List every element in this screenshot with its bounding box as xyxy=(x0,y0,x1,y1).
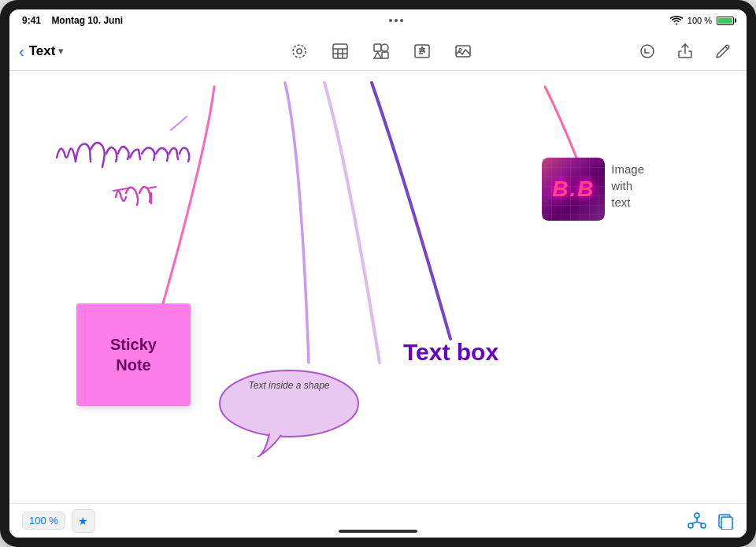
text-icon: A xyxy=(413,42,432,61)
speech-bubble-svg xyxy=(214,363,364,457)
handwritten-text-svg xyxy=(49,110,269,221)
toolbar-left: ‹ Text ▾ xyxy=(19,43,129,59)
hierarchy-icon[interactable] xyxy=(687,512,707,530)
dot2 xyxy=(395,19,398,22)
status-time-date: 9:41 Montag 10. Juni xyxy=(22,15,123,26)
svg-rect-30 xyxy=(721,517,732,530)
toolbar-right xyxy=(633,37,737,65)
speech-bubble-label: Text inside a shape xyxy=(214,380,364,391)
svg-point-16 xyxy=(459,48,461,50)
sticky-note[interactable]: Sticky Note xyxy=(76,303,191,406)
svg-point-23 xyxy=(695,513,699,518)
image-tool-button[interactable] xyxy=(449,37,477,65)
shapes-icon xyxy=(372,42,391,61)
svg-point-17 xyxy=(641,45,654,58)
table-icon xyxy=(331,42,350,61)
edit-button[interactable] xyxy=(709,37,737,65)
pages-icon[interactable] xyxy=(717,512,734,530)
share-icon xyxy=(676,42,695,61)
bb-grid-overlay xyxy=(542,158,605,221)
back-chevron-icon: ‹ xyxy=(19,43,24,59)
text-box-label[interactable]: Text box xyxy=(403,339,498,366)
svg-rect-15 xyxy=(456,46,470,57)
lasso-icon xyxy=(290,42,309,61)
table-tool-button[interactable] xyxy=(326,37,354,65)
shapes-tool-button[interactable] xyxy=(367,37,395,65)
speech-bubble[interactable]: Text inside a shape xyxy=(214,363,364,457)
battery-fill xyxy=(718,18,732,24)
toolbar: ‹ Text ▾ xyxy=(9,32,747,71)
svg-line-28 xyxy=(697,522,702,524)
canvas[interactable]: Sticky Note Text inside a shape Text box xyxy=(9,71,747,503)
ipad-frame: 9:41 Montag 10. Juni 100 % xyxy=(0,0,756,547)
image-label-line2: with xyxy=(611,179,632,192)
battery-icon xyxy=(717,17,734,25)
image-text-label: Image with text xyxy=(611,158,644,210)
status-date: Montag 10. Juni xyxy=(51,15,123,26)
status-dots xyxy=(389,19,403,22)
svg-point-8 xyxy=(381,44,388,51)
bottom-right xyxy=(687,512,734,530)
image-with-text[interactable]: B.B Image with text xyxy=(542,158,644,221)
undo-button[interactable] xyxy=(633,37,662,65)
svg-line-27 xyxy=(691,522,697,524)
dot1 xyxy=(389,19,392,22)
image-thumbnail: B.B xyxy=(542,158,605,221)
image-label-line1: Image xyxy=(611,162,644,176)
sticky-note-text: Sticky Note xyxy=(110,334,157,375)
undo-icon xyxy=(638,42,657,61)
bb-image: B.B xyxy=(542,158,605,221)
toolbar-center: A xyxy=(129,37,633,65)
svg-point-0 xyxy=(293,45,306,58)
zoom-level[interactable]: 100 % xyxy=(22,512,65,530)
bottom-left: 100 % ★ xyxy=(22,509,95,533)
svg-line-20 xyxy=(113,188,128,191)
svg-text:A: A xyxy=(419,46,424,54)
title-area[interactable]: Text ▾ xyxy=(29,43,65,59)
status-bar: 9:41 Montag 10. Juni 100 % xyxy=(9,9,747,32)
svg-rect-2 xyxy=(333,44,347,58)
status-right: 100 % xyxy=(670,16,734,25)
text-tool-button[interactable]: A xyxy=(408,37,436,65)
lasso-tool-button[interactable] xyxy=(285,37,313,65)
document-title: Text xyxy=(29,43,56,59)
dot3 xyxy=(400,19,403,22)
share-button[interactable] xyxy=(671,37,699,65)
edit-icon xyxy=(713,42,732,61)
back-button[interactable]: ‹ xyxy=(19,43,24,59)
ipad-screen: 9:41 Montag 10. Juni 100 % xyxy=(9,9,747,538)
home-indicator xyxy=(339,530,417,533)
bookmark-button[interactable]: ★ xyxy=(72,509,95,533)
title-chevron-icon: ▾ xyxy=(58,45,64,57)
svg-point-1 xyxy=(297,49,302,54)
star-icon: ★ xyxy=(78,515,88,527)
svg-line-19 xyxy=(171,117,187,130)
image-insert-icon xyxy=(454,42,472,61)
svg-line-21 xyxy=(147,187,156,188)
svg-rect-9 xyxy=(382,52,388,58)
connecting-lines xyxy=(9,71,747,503)
battery-percent: 100 % xyxy=(687,16,712,25)
svg-line-18 xyxy=(725,47,728,49)
wifi-icon xyxy=(670,16,683,25)
image-label-line3: text xyxy=(611,195,630,209)
status-time: 9:41 xyxy=(22,15,41,26)
svg-rect-7 xyxy=(374,44,381,51)
